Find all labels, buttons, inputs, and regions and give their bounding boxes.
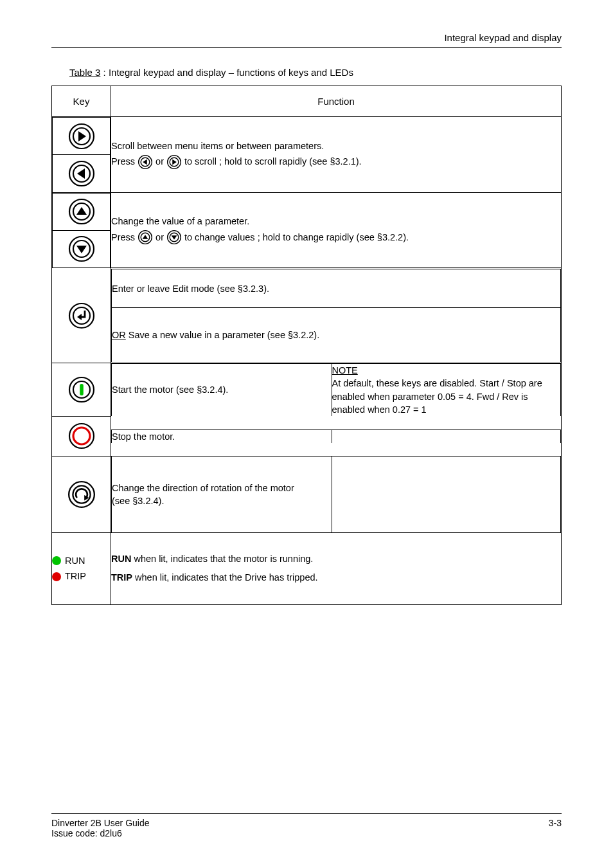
stop-key-icon (67, 422, 96, 450)
svg-rect-20 (80, 384, 84, 395)
keypad-functions-table: Key Function (51, 86, 562, 605)
down-arrow-key-icon (67, 235, 96, 263)
change-value-description: Change the value of a parameter. Press o… (111, 192, 562, 268)
scroll-description: Scroll between menu items or between par… (111, 117, 562, 193)
page-footer: Dinverter 2B User Guide Issue code: d2lu… (51, 813, 562, 838)
footer-page-number: 3-3 (549, 818, 562, 838)
footer-issue: Issue code: d2lu6 (51, 828, 150, 838)
col-header-key: Key (52, 86, 111, 117)
header-rule (51, 47, 562, 48)
run-led-icon (52, 556, 61, 565)
enter-edit-mode-description: Enter or leave Edit mode (see §3.2.3). (112, 269, 561, 308)
right-arrow-key-icon (67, 122, 96, 150)
left-arrow-key-icon (67, 159, 96, 188)
enter-save-description: OR Save a new value in a parameter (see … (112, 308, 561, 362)
start-stop-note: NOTE At default, these keys are disabled… (332, 364, 561, 417)
table-caption: Table 3 : Integral keypad and display – … (69, 67, 562, 78)
stop-description: Stop the motor. (112, 429, 332, 443)
reverse-key-icon (67, 480, 96, 509)
enter-key-icon (67, 302, 96, 330)
start-key-icon (67, 375, 96, 404)
trip-led-icon (52, 572, 61, 581)
footer-doc-title: Dinverter 2B User Guide (51, 818, 150, 828)
right-arrow-inline-icon (166, 154, 182, 170)
down-arrow-inline-icon (166, 230, 182, 245)
up-arrow-key-icon (67, 197, 96, 226)
header-section-title: Integral keypad and display (51, 32, 562, 43)
start-description: Start the motor (see §3.2.4). (112, 364, 332, 417)
svg-point-22 (73, 428, 90, 444)
left-arrow-inline-icon (138, 154, 153, 170)
col-header-function: Function (111, 86, 562, 117)
led-description: RUN when lit, indicates that the motor i… (111, 532, 562, 604)
up-arrow-inline-icon (138, 230, 153, 245)
led-indicator-cell: RUN TRIP (52, 532, 111, 604)
reverse-description: Change the direction of rotation of the … (112, 457, 332, 532)
